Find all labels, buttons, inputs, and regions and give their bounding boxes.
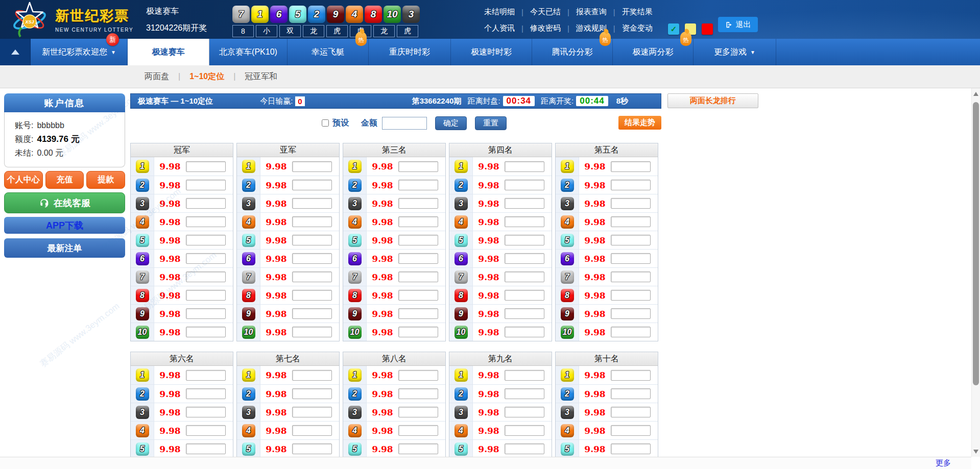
bet-amount-input[interactable] (292, 308, 332, 319)
bet-amount-input[interactable] (611, 180, 651, 190)
withdraw-button[interactable]: 提款 (86, 171, 125, 189)
bet-amount-input[interactable] (505, 290, 544, 301)
header-link[interactable]: 报表查询 (569, 7, 613, 17)
trend-button[interactable]: 结果走势 (618, 116, 661, 130)
bet-amount-input[interactable] (505, 253, 544, 264)
bet-amount-input[interactable] (292, 425, 332, 436)
bet-amount-input[interactable] (186, 370, 226, 381)
bet-amount-input[interactable] (505, 161, 544, 172)
bet-amount-input[interactable] (611, 425, 651, 436)
scroll-up-icon[interactable] (973, 92, 978, 96)
bet-amount-input[interactable] (398, 443, 438, 454)
bet-amount-input[interactable] (292, 443, 332, 454)
bet-amount-input[interactable] (186, 327, 226, 337)
confirm-button[interactable]: 确定 (435, 116, 467, 130)
scroll-thumb[interactable] (973, 102, 979, 385)
bet-amount-input[interactable] (186, 271, 226, 282)
bet-amount-input[interactable] (292, 271, 332, 282)
logout-button[interactable]: 退出 (718, 17, 758, 32)
nav-tab-2[interactable]: 北京赛车(PK10) (209, 39, 288, 65)
header-link[interactable]: 修改密码 (523, 23, 567, 33)
bet-amount-input[interactable] (505, 198, 544, 209)
nav-collapse-button[interactable] (0, 39, 31, 65)
bet-amount-input[interactable] (186, 290, 226, 301)
amount-input[interactable] (382, 117, 427, 130)
bet-amount-input[interactable] (505, 370, 544, 381)
bet-amount-input[interactable] (505, 388, 544, 399)
bet-amount-input[interactable] (505, 271, 544, 282)
bet-amount-input[interactable] (398, 180, 438, 190)
bet-amount-input[interactable] (292, 161, 332, 172)
bet-amount-input[interactable] (398, 290, 438, 301)
reset-button[interactable]: 重置 (475, 116, 507, 130)
bet-amount-input[interactable] (398, 425, 438, 436)
bet-amount-input[interactable] (292, 370, 332, 381)
bet-amount-input[interactable] (611, 253, 651, 264)
bet-amount-input[interactable] (186, 407, 226, 417)
bet-amount-input[interactable] (505, 180, 544, 190)
bet-amount-input[interactable] (611, 370, 651, 381)
deposit-button[interactable]: 充值 (45, 171, 84, 189)
scroll-down-icon[interactable] (973, 450, 978, 454)
subnav-item-0[interactable]: 两面盘 (145, 71, 169, 82)
bet-amount-input[interactable] (186, 425, 226, 436)
more-link[interactable]: 更多 (936, 458, 951, 468)
nav-tab-4[interactable]: 重庆时时彩 (369, 39, 451, 65)
bet-amount-input[interactable] (292, 198, 332, 209)
bet-amount-input[interactable] (611, 388, 651, 399)
bet-amount-input[interactable] (186, 253, 226, 264)
bet-amount-input[interactable] (292, 216, 332, 227)
subnav-item-1[interactable]: 1~10定位 (189, 71, 224, 82)
bet-amount-input[interactable] (611, 443, 651, 454)
two-side-ranking-button[interactable]: 两面长龙排行 (667, 93, 758, 108)
bet-amount-input[interactable] (186, 161, 226, 172)
subnav-item-2[interactable]: 冠亚军和 (245, 71, 277, 82)
personal-center-button[interactable]: 个人中心 (4, 171, 43, 189)
skin-swatch-red[interactable] (702, 23, 713, 35)
nav-tab-7[interactable]: 极速两分彩热 (613, 39, 694, 65)
bet-amount-input[interactable] (398, 407, 438, 417)
bet-amount-input[interactable] (186, 388, 226, 399)
header-link[interactable]: 个人资讯 (477, 23, 521, 33)
bet-amount-input[interactable] (292, 388, 332, 399)
bet-amount-input[interactable] (292, 235, 332, 245)
online-service-button[interactable]: 在线客服 (4, 192, 125, 213)
bet-amount-input[interactable] (611, 271, 651, 282)
nav-tab-8[interactable]: 更多游戏▼ (694, 39, 776, 65)
nav-tab-0[interactable]: 新世纪彩票欢迎您▼新 (31, 39, 128, 65)
bet-amount-input[interactable] (611, 290, 651, 301)
bet-amount-input[interactable] (505, 407, 544, 417)
bet-amount-input[interactable] (611, 198, 651, 209)
bet-amount-input[interactable] (611, 327, 651, 337)
bet-amount-input[interactable] (611, 161, 651, 172)
bet-amount-input[interactable] (611, 235, 651, 245)
nav-tab-1[interactable]: 极速赛车 (128, 39, 209, 65)
bet-amount-input[interactable] (186, 235, 226, 245)
bet-amount-input[interactable] (398, 308, 438, 319)
bet-amount-input[interactable] (186, 308, 226, 319)
bet-amount-input[interactable] (398, 216, 438, 227)
bet-amount-input[interactable] (398, 388, 438, 399)
bet-amount-input[interactable] (611, 216, 651, 227)
scrollbar[interactable] (971, 88, 980, 457)
bet-amount-input[interactable] (186, 180, 226, 190)
bet-amount-input[interactable] (398, 198, 438, 209)
bet-amount-input[interactable] (505, 327, 544, 337)
nav-tab-6[interactable]: 腾讯分分彩热 (532, 39, 613, 65)
bet-amount-input[interactable] (505, 425, 544, 436)
bet-amount-input[interactable] (611, 407, 651, 417)
header-link[interactable]: 今天已结 (523, 7, 567, 17)
bet-amount-input[interactable] (505, 308, 544, 319)
bet-amount-input[interactable] (186, 198, 226, 209)
bet-amount-input[interactable] (505, 443, 544, 454)
bet-amount-input[interactable] (292, 290, 332, 301)
bet-amount-input[interactable] (292, 253, 332, 264)
bet-amount-input[interactable] (398, 161, 438, 172)
bet-amount-input[interactable] (292, 180, 332, 190)
header-link[interactable]: 开奖结果 (615, 7, 659, 17)
skin-swatch-blue[interactable]: ✓ (668, 23, 679, 35)
latest-orders-button[interactable]: 最新注单 (4, 238, 125, 258)
bet-amount-input[interactable] (398, 370, 438, 381)
bet-amount-input[interactable] (398, 327, 438, 337)
bet-amount-input[interactable] (292, 327, 332, 337)
